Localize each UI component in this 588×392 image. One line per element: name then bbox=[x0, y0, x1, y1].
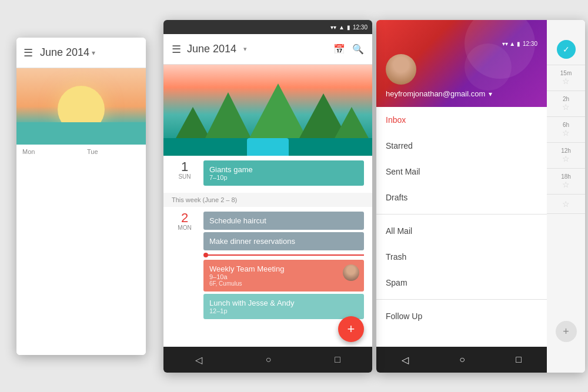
phone-calendar-agenda: ▾▾ ▲ ▮ 12:30 ☰ June 2014 ▾ 📅 🔍 bbox=[163, 20, 372, 373]
time-bottom: ☆ bbox=[547, 195, 585, 214]
star-icon-2h: ☆ bbox=[562, 102, 570, 112]
app-header: ☰ June 2014 ▾ 📅 🔍 bbox=[163, 34, 372, 65]
giants-game-event[interactable]: Giants game 7–10p bbox=[203, 160, 364, 186]
lunch-event[interactable]: Lunch with Jesse & Andy 12–1p bbox=[203, 294, 364, 319]
drawer-item-spam[interactable]: Spam bbox=[376, 270, 547, 296]
mountain-illustration bbox=[163, 65, 372, 156]
agenda-list: 1 Sun Giants game 7–10p This week (June … bbox=[163, 156, 372, 347]
drawer-items-list: Inbox Starred Sent Mail Drafts All Mail … bbox=[376, 107, 547, 347]
day-2-num: 2 bbox=[172, 212, 198, 225]
wifi-icon: ▲ bbox=[339, 24, 345, 31]
drawer-item-starred[interactable]: Starred bbox=[376, 133, 547, 159]
day-1-name: Sun bbox=[172, 173, 198, 180]
strip-fab-area: + bbox=[547, 316, 585, 373]
team-meeting-row: Weekly Team Meeting 9–10a 6F, Cumulus bbox=[203, 260, 364, 292]
fab-button[interactable]: + bbox=[338, 316, 364, 342]
hamburger-icon[interactable]: ☰ bbox=[24, 46, 33, 59]
screenshots-container: ☰ June 2014 ▾ Mon Tue 2 Schedule hai bbox=[0, 0, 588, 392]
time-12h: 12h ☆ bbox=[547, 143, 585, 169]
day-header-row: Mon Tue bbox=[16, 145, 146, 355]
bottom-nav: ◁ ○ □ bbox=[163, 347, 372, 373]
star-icon-15m: ☆ bbox=[562, 76, 570, 86]
drawer-bottom-nav: ◁ ○ □ bbox=[376, 347, 547, 373]
gmail-drawer: ▾▾ ▲ ▮ 12:30 heyfromjonathan@gmail.com ▾ bbox=[376, 20, 547, 373]
recents-nav-icon[interactable]: □ bbox=[335, 354, 340, 365]
current-time-indicator bbox=[203, 253, 364, 257]
drawer-header: ▾▾ ▲ ▮ 12:30 heyfromjonathan@gmail.com ▾ bbox=[376, 20, 547, 107]
user-avatar[interactable] bbox=[386, 54, 416, 85]
phone-gmail-drawer: ▾▾ ▲ ▮ 12:30 heyfromjonathan@gmail.com ▾ bbox=[376, 20, 585, 373]
home-icon[interactable]: ○ bbox=[459, 354, 465, 365]
signal-icon: ▾▾ bbox=[330, 24, 336, 31]
star-icon-12h: ☆ bbox=[562, 154, 570, 163]
drawer-divider-2 bbox=[376, 299, 547, 300]
recents-icon[interactable]: □ bbox=[516, 354, 522, 365]
back-nav-icon[interactable]: ◁ bbox=[195, 354, 202, 366]
star-icon-18h: ☆ bbox=[562, 180, 570, 189]
star-icon-6h: ☆ bbox=[562, 128, 570, 138]
time-6h: 6h ☆ bbox=[547, 117, 585, 143]
status-bar: ▾▾ ▲ ▮ 12:30 bbox=[163, 20, 372, 34]
check-item: ✓ bbox=[547, 36, 585, 65]
home-nav-icon[interactable]: ○ bbox=[266, 354, 272, 365]
drawer-divider bbox=[376, 214, 547, 215]
back-icon[interactable]: ◁ bbox=[402, 354, 409, 366]
email-row: heyfromjonathan@gmail.com ▾ bbox=[386, 89, 537, 98]
time-18h: 18h ☆ bbox=[547, 169, 585, 195]
time-2h: 2h ☆ bbox=[547, 91, 585, 117]
strip-fab[interactable]: + bbox=[556, 321, 577, 342]
email-dropdown-icon[interactable]: ▾ bbox=[489, 90, 492, 98]
drawer-item-all-mail[interactable]: All Mail bbox=[376, 218, 547, 244]
agenda-day-2: 2 Mon Schedule haircut Make dinner reser… bbox=[163, 207, 372, 326]
time-strip: ✓ 15m ☆ 2h ☆ 6h ☆ 12h ☆ bbox=[547, 20, 585, 373]
star-icon-bottom: ☆ bbox=[562, 199, 570, 209]
week-header: This week (June 2 – 8) bbox=[163, 193, 372, 207]
user-email-label: heyfromjonathan@gmail.com bbox=[386, 89, 485, 98]
meeting-avatar bbox=[343, 264, 359, 281]
teal-water-bar bbox=[16, 122, 146, 145]
team-meeting-event[interactable]: Weekly Team Meeting 9–10a 6F, Cumulus bbox=[203, 260, 364, 292]
bg-shape-2 bbox=[465, 43, 512, 91]
day-1-num: 1 bbox=[172, 160, 198, 173]
mon-label: Mon bbox=[16, 145, 81, 355]
dropdown-arrow-icon: ▾ bbox=[92, 49, 95, 57]
title-arrow-icon: ▾ bbox=[243, 45, 247, 53]
time-15m: 15m ☆ bbox=[547, 65, 585, 91]
schedule-haircut-event[interactable]: Schedule haircut bbox=[203, 212, 364, 230]
drawer-item-sent[interactable]: Sent Mail bbox=[376, 159, 547, 185]
check-circle: ✓ bbox=[557, 40, 576, 59]
calendar-title: June 2014 bbox=[40, 46, 89, 59]
drawer-item-follow-up[interactable]: Follow Up bbox=[376, 303, 547, 329]
sun-illustration bbox=[16, 68, 146, 145]
search-icon[interactable]: 🔍 bbox=[352, 43, 364, 55]
calendar-header: ☰ June 2014 ▾ bbox=[16, 38, 146, 68]
dinner-reservations-event[interactable]: Make dinner reservations bbox=[203, 232, 364, 250]
drawer-item-inbox[interactable]: Inbox bbox=[376, 107, 547, 133]
clock: 12:30 bbox=[353, 24, 368, 31]
phone-calendar-week: ☰ June 2014 ▾ Mon Tue 2 Schedule hai bbox=[16, 38, 146, 355]
tue-label: Tue bbox=[81, 145, 146, 355]
day-2-name: Mon bbox=[172, 225, 198, 231]
app-title: June 2014 bbox=[187, 43, 236, 55]
drawer-item-drafts[interactable]: Drafts bbox=[376, 185, 547, 210]
agenda-day-1: 1 Sun Giants game 7–10p bbox=[163, 156, 372, 193]
calendar-icon[interactable]: 📅 bbox=[333, 43, 345, 55]
battery-icon: ▮ bbox=[347, 24, 350, 31]
drawer-item-trash[interactable]: Trash bbox=[376, 244, 547, 270]
hamburger-icon[interactable]: ☰ bbox=[172, 43, 181, 56]
